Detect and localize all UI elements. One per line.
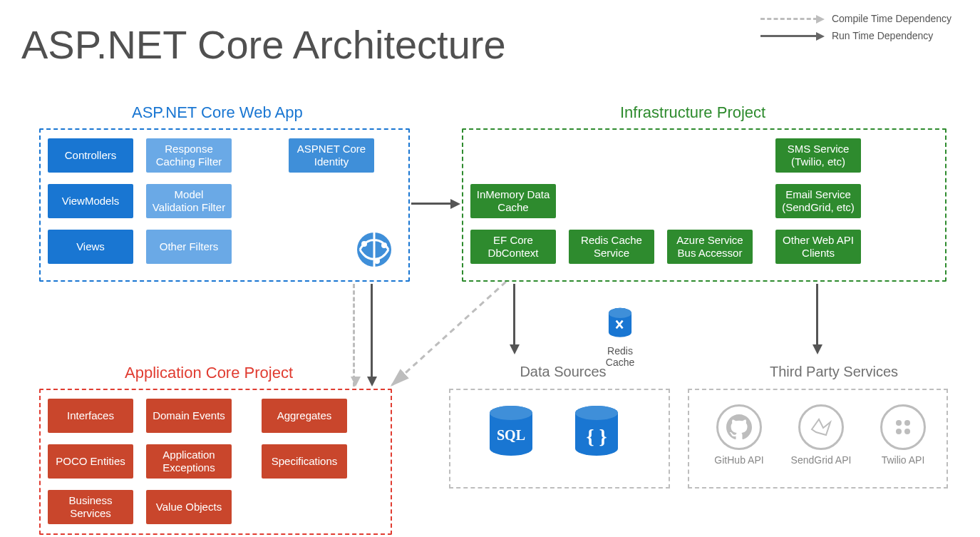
twilio-api-item: Twilio API	[867, 404, 939, 466]
svg-text:{ }: { }	[586, 425, 607, 447]
dashed-arrow-icon	[760, 18, 817, 20]
thirdparty-title: Third Party Services	[755, 364, 912, 380]
svg-point-16	[904, 429, 910, 434]
box-azure-bus: Azure Service Bus Accessor	[667, 230, 753, 264]
svg-line-4	[392, 282, 506, 385]
box-controllers: Controllers	[48, 138, 133, 173]
sendgrid-api-item: SendGrid API	[785, 404, 857, 466]
svg-point-8	[490, 406, 532, 420]
redis-cache-icon: Redis Cache	[592, 307, 649, 368]
box-aggregates: Aggregates	[262, 399, 347, 433]
box-model-validation: Model Validation Filter	[146, 184, 232, 218]
infra-section-title: Infrastructure Project	[620, 103, 765, 122]
svg-point-1	[361, 241, 367, 247]
thirdparty-container: GitHub API SendGrid API Twilio API	[688, 389, 948, 489]
twilio-icon	[880, 404, 926, 450]
nosql-db-icon: { }	[572, 404, 621, 464]
solid-arrow-icon	[760, 35, 817, 37]
globe-icon	[354, 230, 394, 272]
svg-point-3	[374, 258, 380, 264]
datasources-title: Data Sources	[492, 364, 634, 380]
webapp-section-title: ASP.NET Core Web App	[132, 103, 303, 122]
sendgrid-api-label: SendGrid API	[785, 454, 857, 466]
box-sms-service: SMS Service (Twilio, etc)	[775, 138, 861, 173]
box-views: Views	[48, 230, 133, 264]
svg-text:SQL: SQL	[497, 427, 525, 443]
infra-container: InMemory Data Cache EF Core DbContext Re…	[462, 128, 947, 282]
box-other-webapi: Other Web API Clients	[775, 230, 861, 264]
box-inmemory-cache: InMemory Data Cache	[470, 184, 556, 218]
box-aspnet-identity: ASPNET Core Identity	[289, 138, 374, 173]
svg-point-2	[381, 242, 387, 248]
datasources-container: SQL { }	[449, 389, 670, 489]
box-other-filters: Other Filters	[146, 230, 232, 264]
github-api-item: GitHub API	[703, 404, 775, 466]
box-domain-events: Domain Events	[146, 399, 232, 433]
svg-point-13	[896, 420, 902, 426]
svg-point-14	[904, 420, 910, 426]
webapp-container: Controllers ViewModels Views Response Ca…	[39, 128, 410, 282]
sql-db-icon: SQL	[486, 404, 536, 464]
arrow-webapp-to-core-compile	[353, 284, 355, 387]
svg-point-11	[575, 406, 618, 420]
box-viewmodels: ViewModels	[48, 184, 133, 218]
box-redis-service: Redis Cache Service	[569, 230, 654, 264]
svg-point-15	[896, 429, 902, 434]
box-response-caching: Response Caching Filter	[146, 138, 232, 173]
box-poco: POCO Entities	[48, 444, 133, 479]
legend-compile-label: Compile Time Dependency	[832, 13, 951, 24]
box-interfaces: Interfaces	[48, 399, 133, 433]
github-api-label: GitHub API	[703, 454, 775, 466]
box-specifications: Specifications	[262, 444, 347, 479]
legend-runtime-label: Run Time Dependency	[832, 30, 933, 41]
page-title: ASP.NET Core Architecture	[21, 21, 506, 68]
box-value-objects: Value Objects	[146, 490, 232, 524]
box-efcore: EF Core DbContext	[470, 230, 556, 264]
github-icon	[716, 404, 762, 450]
legend: Compile Time Dependency Run Time Depende…	[760, 13, 951, 47]
svg-point-6	[609, 308, 631, 318]
box-business: Business Services	[48, 490, 133, 524]
sendgrid-icon	[798, 404, 844, 450]
legend-runtime: Run Time Dependency	[760, 30, 951, 41]
core-container: Interfaces POCO Entities Business Servic…	[39, 389, 392, 535]
box-app-exceptions: Application Exceptions	[146, 444, 232, 479]
twilio-api-label: Twilio API	[867, 454, 939, 466]
box-email-service: Email Service (SendGrid, etc)	[775, 184, 861, 218]
legend-compile: Compile Time Dependency	[760, 13, 951, 24]
core-section-title: Application Core Project	[125, 364, 293, 382]
